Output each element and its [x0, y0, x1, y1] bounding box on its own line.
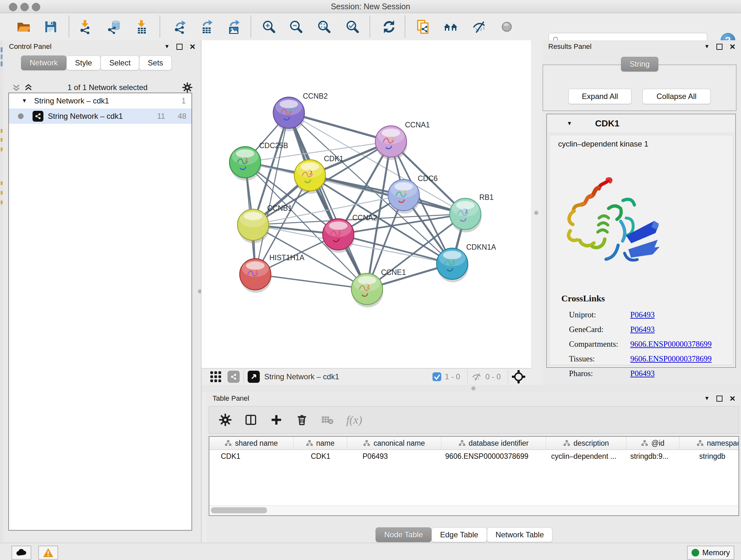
tab-string[interactable]: String: [621, 57, 658, 71]
table-cell[interactable]: CDK1: [293, 450, 347, 462]
table-cell[interactable]: cyclin–dependent ...: [546, 450, 626, 462]
close-panel-icon[interactable]: ×: [730, 395, 735, 401]
column-header-shared-name[interactable]: shared name: [209, 437, 293, 449]
expand-all-icon[interactable]: [23, 83, 33, 92]
column-header-namespace[interactable]: namespace: [679, 437, 739, 449]
close-panel-icon[interactable]: ×: [730, 44, 735, 50]
selected-checkbox-icon[interactable]: [432, 372, 442, 381]
network-edge[interactable]: [289, 113, 367, 289]
export-table-button[interactable]: [199, 19, 214, 35]
right-splitter-grip[interactable]: [534, 211, 538, 215]
scrollbar-thumb[interactable]: [211, 507, 267, 513]
toolbar-separator: [467, 370, 468, 384]
show-columns-icon[interactable]: [244, 413, 258, 427]
copy-style-button[interactable]: [415, 19, 431, 35]
zoom-fit-button[interactable]: [316, 19, 332, 35]
node-count: 11: [157, 112, 165, 121]
horizontal-splitter-grip[interactable]: [471, 386, 475, 390]
table-cell[interactable]: CDK1: [209, 450, 293, 462]
warnings-button[interactable]: [38, 546, 58, 560]
network-edge[interactable]: [310, 175, 465, 214]
horizontal-scrollbar[interactable]: [209, 505, 738, 515]
network-edge[interactable]: [255, 274, 367, 289]
float-panel-icon[interactable]: ▼: [704, 44, 710, 50]
float-panel-icon[interactable]: ▼: [164, 44, 170, 50]
tab-select[interactable]: Select: [100, 56, 139, 70]
table-cell[interactable]: stringdb:9...: [626, 450, 679, 462]
column-header-name[interactable]: name: [293, 437, 347, 449]
crosslink-value-link[interactable]: P06493: [630, 310, 655, 319]
export-network-button[interactable]: [172, 19, 188, 35]
protein-card-header[interactable]: ▼ CDK1: [547, 114, 735, 133]
column-header-description[interactable]: description: [546, 437, 626, 449]
share-icon: [230, 373, 238, 381]
maximize-panel-icon[interactable]: [717, 44, 723, 50]
table-row[interactable]: CDK1CDK1P064939606.ENSP00000378699cyclin…: [209, 450, 738, 462]
table-header-row: shared namenamecanonical namedatabase id…: [209, 437, 738, 450]
crosshair-move-icon[interactable]: [512, 370, 525, 383]
cloud-button[interactable]: [11, 546, 31, 560]
zoom-selected-button[interactable]: [345, 19, 360, 35]
import-table-button[interactable]: [133, 19, 149, 35]
memory-button[interactable]: Memory: [687, 546, 734, 560]
node-label: CDC6: [418, 174, 438, 183]
network-edge[interactable]: [255, 113, 289, 274]
node-label: CDC25B: [259, 141, 288, 150]
expand-all-button[interactable]: Expand All: [568, 89, 631, 104]
float-panel-icon[interactable]: ▼: [704, 395, 710, 401]
network-overview-button[interactable]: [227, 371, 240, 383]
network-row[interactable]: String Network – cdk1 11 48: [9, 109, 192, 124]
tab-edge-table[interactable]: Edge Table: [431, 527, 487, 542]
string-network-graph[interactable]: CCNB2CCNA1CDC25BCDK1CDC6RB1CCNB1CCNA2CDK…: [201, 40, 531, 368]
tab-network[interactable]: Network: [21, 56, 66, 70]
grid-view-icon[interactable]: [210, 371, 222, 383]
maximize-panel-icon[interactable]: [717, 395, 723, 401]
save-floppy-icon: [43, 19, 58, 35]
export-image-button[interactable]: [226, 19, 242, 35]
column-header-canonical-name[interactable]: canonical name: [347, 437, 441, 449]
show-all-button[interactable]: [499, 19, 515, 35]
close-panel-icon[interactable]: ×: [190, 44, 195, 50]
first-neighbors-button[interactable]: [443, 19, 459, 35]
gear-icon[interactable]: [182, 82, 193, 93]
gear-icon[interactable]: [219, 413, 232, 427]
tab-style[interactable]: Style: [66, 56, 100, 70]
hidden-eye-slash-icon[interactable]: [471, 371, 482, 382]
save-session-button[interactable]: [43, 19, 59, 35]
maximize-panel-icon[interactable]: [177, 44, 183, 50]
table-cell[interactable]: P06493: [347, 450, 441, 462]
delete-column-trash-icon[interactable]: [295, 413, 309, 427]
tab-sets[interactable]: Sets: [139, 56, 172, 70]
node-table[interactable]: shared namenamecanonical namedatabase id…: [209, 436, 739, 516]
network-collection-row[interactable]: ▼ String Network – cdk1 1: [9, 93, 192, 109]
crosslink-value-link[interactable]: P06493: [630, 369, 655, 378]
table-cell[interactable]: 9606.ENSP00000378699: [441, 450, 546, 462]
add-column-plus-icon[interactable]: [270, 413, 283, 427]
column-header--id[interactable]: @id: [626, 437, 679, 449]
collapse-all-button[interactable]: Collapse All: [643, 89, 711, 104]
tab-network-table[interactable]: Network Table: [487, 527, 553, 542]
crosslink-value-link[interactable]: 9606.ENSP00000378699: [630, 354, 712, 363]
network-canvas[interactable]: CCNB2CCNA1CDC25BCDK1CDC6RB1CCNB1CCNA2CDK…: [201, 40, 531, 368]
tree-expand-icon[interactable]: ▼: [22, 98, 27, 104]
network-node-CCNB2[interactable]: CCNB2: [273, 92, 328, 131]
import-network-from-database-button[interactable]: [107, 19, 123, 35]
column-header-database-identifier[interactable]: database identifier: [441, 437, 546, 449]
network-node-HIST1H1A[interactable]: HIST1H1A: [240, 253, 305, 293]
zoom-out-button[interactable]: [288, 19, 304, 35]
hide-selected-button[interactable]: [471, 19, 487, 35]
zoom-in-button[interactable]: [261, 19, 277, 35]
network-view-title: String Network – cdk1: [264, 372, 432, 381]
collapse-all-icon[interactable]: [11, 83, 21, 92]
network-node-RB1[interactable]: RB1: [450, 193, 494, 233]
tab-node-table[interactable]: Node Table: [376, 527, 431, 542]
detach-view-button[interactable]: [248, 371, 260, 383]
crosslink-value-link[interactable]: P06493: [630, 325, 655, 334]
network-node-CCNA1[interactable]: CCNA1: [375, 121, 430, 160]
open-session-button[interactable]: [16, 19, 31, 35]
table-cell[interactable]: stringdb: [679, 450, 739, 462]
crosslink-value-link[interactable]: 9606.ENSP00000378699: [630, 340, 712, 349]
refresh-button[interactable]: [381, 19, 397, 35]
import-network-button[interactable]: [77, 19, 93, 35]
collapse-entry-icon[interactable]: ▼: [567, 120, 572, 127]
